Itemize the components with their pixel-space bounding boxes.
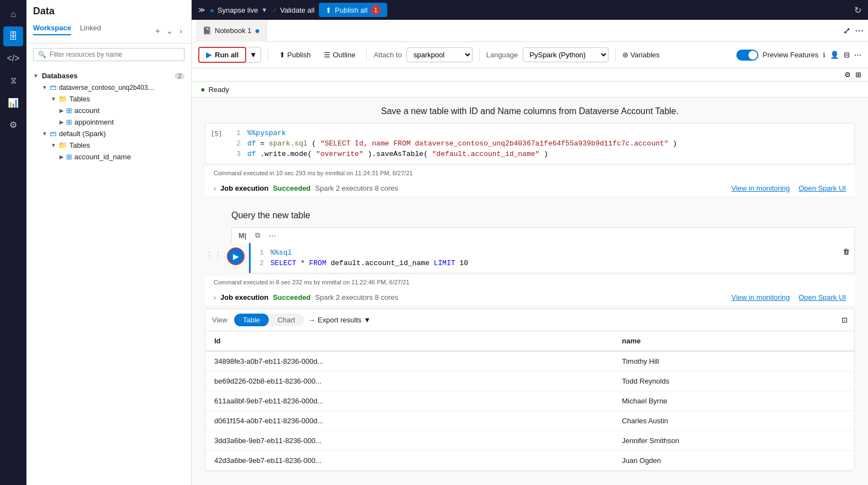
maximize-button[interactable]: ⤢ xyxy=(843,25,850,36)
sidebar-header: Data Workspace Linked + ⌄ › xyxy=(26,0,191,44)
databases-count: 2 xyxy=(175,73,185,79)
cell1-content: 1 %%pyspark 2 df = spark.sql ( "SELECT I… xyxy=(227,123,854,164)
db1-item[interactable]: ▼ 🗃 dataverse_contoso_unq2b40367a1f... xyxy=(33,82,185,93)
tab-workspace[interactable]: Workspace xyxy=(33,21,71,35)
databases-header[interactable]: ▼ Databases 2 xyxy=(33,70,185,82)
code2-line-2: 2 SELECT * FROM default.account_id_name … xyxy=(251,258,854,268)
chevron1-right[interactable]: › xyxy=(214,185,216,192)
publish-button[interactable]: ⬆ Publish xyxy=(275,48,316,61)
db2-tables-folder[interactable]: ▼ 📁 Tables xyxy=(33,139,185,151)
chart-tab[interactable]: Chart xyxy=(269,314,304,326)
job2-result: Succeeded xyxy=(273,293,311,301)
data-icon[interactable]: 🗄 xyxy=(3,26,23,46)
home-icon[interactable]: ⌂ xyxy=(3,4,23,24)
run-all-dropdown[interactable]: ▼ xyxy=(246,47,261,63)
collapse-button[interactable]: ⌄ xyxy=(164,25,175,36)
preview-label: Preview Features xyxy=(763,51,818,59)
manage-icon[interactable]: ⚙ xyxy=(3,115,23,134)
expand-icon[interactable]: ≫ xyxy=(198,6,205,14)
sparkpool-select[interactable]: sparkpool xyxy=(406,47,473,62)
language-label: Language xyxy=(486,51,518,59)
synapse-live[interactable]: ● Synapse live ▼ xyxy=(210,6,267,14)
cell2-meta: Command executed in 8 sec 232 ms by mmit… xyxy=(205,276,855,289)
cell-id: 34898fe3-a0b7-eb11-8236-000d... xyxy=(205,351,613,371)
results-toolbar-right: ⊡ xyxy=(842,316,848,324)
cell2-run-button[interactable]: ▶ xyxy=(227,247,245,265)
cell2-mi-button[interactable]: M| xyxy=(236,230,248,241)
db2-tables-label: Tables xyxy=(69,141,90,149)
settings-icon[interactable]: ⚙ xyxy=(844,71,851,79)
appointment-table-icon: ⊞ xyxy=(66,118,72,126)
table-row: 3dd3a6be-9eb7-eb11-8236-000...Jennifer S… xyxy=(205,431,854,451)
outline-button[interactable]: ☰ Outline xyxy=(319,48,360,61)
add-button[interactable]: + xyxy=(153,25,162,36)
ready-dot: ● xyxy=(200,85,205,94)
open-spark-ui-2-button[interactable]: Open Spark UI xyxy=(799,293,846,301)
code2-1: %%sql xyxy=(270,249,292,257)
validate-checkmark-icon: ✓ xyxy=(272,6,278,14)
publish-all-button[interactable]: ⬆ Publish all 1 xyxy=(319,3,387,17)
develop-icon[interactable]: </> xyxy=(3,48,23,68)
monitor-icon[interactable]: 📊 xyxy=(3,93,23,112)
language-select[interactable]: PySpark (Python) xyxy=(523,47,609,62)
toggle-thumb xyxy=(748,51,757,60)
more-icon[interactable]: ⋯ xyxy=(854,51,861,59)
notebook-tab[interactable]: 📓 Notebook 1 ● xyxy=(196,20,267,42)
table-appointment[interactable]: ▶ ⊞ appointment xyxy=(33,116,185,128)
cell1-gutter: [5] xyxy=(205,123,227,164)
table-view-icon[interactable]: ⊟ xyxy=(844,51,850,59)
tab-linked[interactable]: Linked xyxy=(80,21,101,35)
cell-name: Charles Austin xyxy=(613,411,854,431)
filter-icon[interactable]: ⊞ xyxy=(855,71,861,79)
table-account-id-name[interactable]: ▶ ⊞ account_id_name xyxy=(33,151,185,163)
separator-3 xyxy=(479,48,480,62)
table-tab[interactable]: Table xyxy=(234,314,269,326)
db1-tables-folder[interactable]: ▼ 📁 Tables xyxy=(33,93,185,105)
code-1-2: df = spark.sql ( "SELECT Id, name FROM d… xyxy=(247,139,677,148)
cell2-delete-btn[interactable]: 🗑 xyxy=(843,247,850,256)
synapse-live-label: Synapse live xyxy=(218,6,258,14)
integrate-icon[interactable]: ⧖ xyxy=(3,71,23,90)
preview-toggle[interactable] xyxy=(736,50,758,61)
view-monitoring-1-button[interactable]: View in monitoring xyxy=(731,184,790,192)
results-section: View Table Chart → Export results ▼ ⊡ xyxy=(205,309,855,471)
more-options-button[interactable]: ⋯ xyxy=(855,25,864,36)
cell-name: Juan Ogden xyxy=(613,451,854,471)
info-icon: ℹ xyxy=(823,51,826,59)
top-bar-right: ↻ xyxy=(854,5,861,15)
cell1-job-status: › Job execution Succeeded Spark 2 execut… xyxy=(205,180,855,197)
table-account[interactable]: ▶ ⊞ account xyxy=(33,105,185,116)
db1-tables-label: Tables xyxy=(69,95,90,103)
cell2-drag-handle[interactable]: ⋮⋮ xyxy=(205,243,223,260)
close-sidebar-button[interactable]: › xyxy=(177,25,185,36)
sidebar: Data Workspace Linked + ⌄ › 🔍 ▼ Database… xyxy=(26,0,192,485)
refresh-icon[interactable]: ↻ xyxy=(854,5,861,15)
open-spark-ui-1-button[interactable]: Open Spark UI xyxy=(799,184,846,192)
export-chevron: ▼ xyxy=(364,316,371,324)
db2-folder-icon: 📁 xyxy=(58,141,67,149)
view-label: View xyxy=(212,316,227,324)
search-input[interactable] xyxy=(50,51,180,58)
cell2-more-button[interactable]: ⋯ xyxy=(267,230,278,241)
cell-id: d061f154-a0b7-eb11-8236-000d... xyxy=(205,411,613,431)
db2-item[interactable]: ▼ 🗃 default (Spark) xyxy=(33,128,185,139)
job2-status-left: › Job execution Succeeded Spark 2 execut… xyxy=(214,293,398,301)
sidebar-title: Data xyxy=(33,6,185,17)
cell1-meta: Command executed in 10 sec 293 ms by mmi… xyxy=(205,166,855,180)
export-results-button[interactable]: → Export results ▼ xyxy=(308,316,371,324)
table-row: d061f154-a0b7-eb11-8236-000d...Charles A… xyxy=(205,411,854,431)
person-icon[interactable]: 👤 xyxy=(830,51,839,59)
variables-icon: ⊛ xyxy=(622,51,628,59)
col-id-header: Id xyxy=(205,331,613,351)
view-monitoring-2-button[interactable]: View in monitoring xyxy=(731,293,790,301)
chevron2-right[interactable]: › xyxy=(214,294,216,301)
run-all-button[interactable]: ▶ Run all xyxy=(198,47,246,63)
table-row: 42d3a6be-9eb7-eb11-8236-000...Juan Ogden xyxy=(205,451,854,471)
cell2-copy-button[interactable]: ⧉ xyxy=(253,230,262,241)
validate-all-button[interactable]: ✓ Validate all xyxy=(272,6,314,14)
code-line-2: 2 df = spark.sql ( "SELECT Id, name FROM… xyxy=(227,138,854,149)
cell-id: be69d226-02b8-eb11-8236-000... xyxy=(205,371,613,391)
variables-button[interactable]: ⊛ Variables xyxy=(622,51,660,59)
results-view-icon[interactable]: ⊡ xyxy=(842,316,848,324)
code-1-3: df .write.mode( "overwrite" ).saveAsTabl… xyxy=(247,150,548,158)
